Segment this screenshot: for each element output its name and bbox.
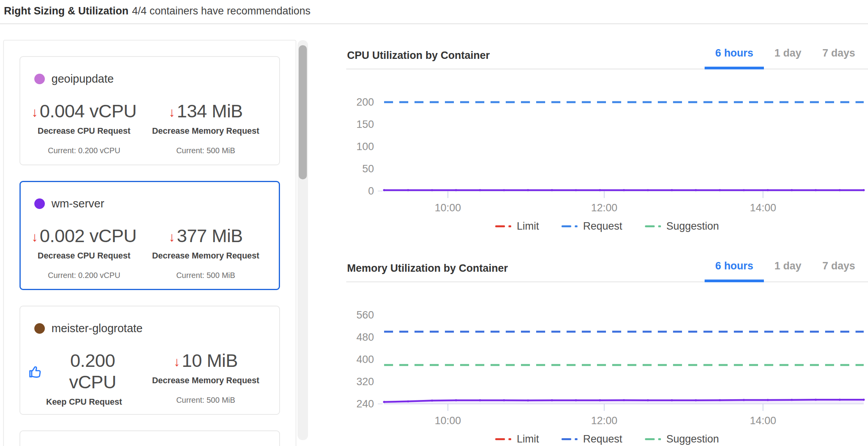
- cpu-utilization-chart-section: CPU Utilization by Container 6 hours 1 d…: [346, 39, 868, 234]
- time-range-tabs: 6 hours 1 day 7 days: [705, 40, 866, 69]
- legend-item-suggestion[interactable]: Suggestion: [645, 433, 719, 445]
- svg-text:10:00: 10:00: [435, 202, 461, 214]
- limit-line-swatch: [495, 225, 505, 227]
- chart-legend: Limit Request Suggestion: [346, 218, 868, 234]
- legend-item-request[interactable]: Request: [562, 433, 622, 445]
- svg-text:14:00: 14:00: [750, 202, 776, 214]
- tab-7-days[interactable]: 7 days: [812, 253, 866, 282]
- svg-text:10:00: 10:00: [435, 415, 461, 427]
- legend-label: Limit: [517, 220, 539, 232]
- chart-header: CPU Utilization by Container 6 hours 1 d…: [346, 39, 868, 69]
- container-color-dot: [34, 198, 45, 209]
- tab-1-day[interactable]: 1 day: [764, 40, 812, 69]
- limit-line-swatch: [495, 438, 505, 440]
- request-line-swatch: [562, 438, 571, 440]
- svg-text:200: 200: [356, 96, 374, 108]
- container-card-meister-glogrotate[interactable]: meister-glogrotate 0.200 vCPU Keep CPU R…: [19, 306, 280, 415]
- page-title: Right Sizing & Utilization: [4, 5, 128, 17]
- suggestion-line-swatch: [645, 438, 655, 440]
- container-name: geoipupdate: [51, 73, 114, 85]
- arrow-down-icon: ↓: [174, 354, 180, 369]
- scrollbar-track[interactable]: [298, 40, 308, 440]
- scrollbar-thumb[interactable]: [299, 45, 307, 179]
- svg-text:50: 50: [362, 163, 374, 175]
- request-line-swatch: [562, 225, 571, 227]
- container-name: meister-glogrotate: [51, 322, 143, 335]
- memory-current-value: Current: 500 MiB: [140, 271, 271, 280]
- charts-column: CPU Utilization by Container 6 hours 1 d…: [346, 39, 868, 446]
- svg-text:100: 100: [356, 141, 374, 152]
- time-range-tabs: 6 hours 1 day 7 days: [705, 253, 866, 282]
- suggestion-line-swatch: [645, 225, 655, 227]
- cpu-recommendation-value: 0.004 vCPU: [40, 100, 136, 122]
- container-name: wm-server: [51, 197, 104, 210]
- svg-text:400: 400: [356, 354, 374, 365]
- memory-action-label: Decrease Memory Request: [140, 126, 271, 136]
- legend-item-request[interactable]: Request: [562, 220, 622, 232]
- cpu-action-label: Decrease CPU Request: [28, 251, 140, 261]
- memory-recommendation-value: 10 MiB: [182, 350, 237, 371]
- chart-header: Memory Utilization by Container 6 hours …: [346, 252, 868, 282]
- arrow-down-icon: ↓: [169, 105, 175, 120]
- legend-item-suggestion[interactable]: Suggestion: [645, 220, 719, 232]
- chart-title: Memory Utilization by Container: [347, 262, 508, 274]
- cpu-current-value: Current: 0.200 vCPU: [28, 271, 140, 280]
- svg-text:0: 0: [368, 185, 374, 197]
- chart-title: CPU Utilization by Container: [347, 50, 490, 62]
- tab-7-days[interactable]: 7 days: [812, 40, 866, 69]
- legend-item-limit[interactable]: Limit: [495, 433, 539, 445]
- cpu-action-label: Keep CPU Request: [28, 397, 140, 407]
- tab-1-day[interactable]: 1 day: [764, 253, 812, 282]
- svg-text:240: 240: [356, 398, 374, 410]
- container-color-dot: [34, 323, 45, 334]
- svg-text:12:00: 12:00: [591, 415, 618, 427]
- cpu-chart-plot[interactable]: 05010015020010:0012:0014:00: [346, 69, 868, 218]
- page-subtitle: 4/4 containers have recommendations: [132, 5, 310, 17]
- arrow-down-icon: ↓: [32, 230, 38, 244]
- legend-label: Request: [583, 220, 622, 232]
- tab-6-hours[interactable]: 6 hours: [705, 40, 764, 69]
- tab-6-hours[interactable]: 6 hours: [705, 253, 764, 282]
- thumbs-up-icon: [28, 364, 43, 379]
- svg-text:480: 480: [356, 331, 374, 343]
- legend-label: Request: [583, 433, 622, 445]
- arrow-down-icon: ↓: [169, 230, 175, 244]
- cpu-action-label: Decrease CPU Request: [28, 126, 140, 136]
- legend-label: Limit: [517, 433, 539, 445]
- container-color-dot: [34, 74, 45, 84]
- svg-text:320: 320: [356, 376, 374, 388]
- legend-label: Suggestion: [666, 433, 719, 445]
- svg-text:12:00: 12:00: [591, 202, 618, 214]
- container-list-panel: geoipupdate ↓0.004 vCPU Decrease CPU Req…: [3, 40, 296, 446]
- memory-current-value: Current: 500 MiB: [140, 146, 271, 155]
- cpu-current-value: Current: 0.200 vCPU: [28, 146, 140, 155]
- memory-current-value: Current: 500 MiB: [140, 396, 271, 405]
- memory-action-label: Decrease Memory Request: [140, 251, 271, 261]
- cpu-recommendation-value: 0.002 vCPU: [40, 225, 136, 246]
- memory-chart-plot[interactable]: 24032040048056010:0012:0014:00: [346, 282, 868, 430]
- arrow-down-icon: ↓: [32, 105, 38, 120]
- legend-label: Suggestion: [666, 220, 719, 232]
- page-header: Right Sizing & Utilization4/4 containers…: [0, 0, 868, 24]
- cpu-recommendation-value: 0.200 vCPU: [45, 350, 140, 393]
- memory-action-label: Decrease Memory Request: [140, 376, 271, 386]
- legend-item-limit[interactable]: Limit: [495, 220, 539, 232]
- memory-recommendation-value: 134 MiB: [177, 100, 243, 122]
- svg-text:560: 560: [356, 309, 374, 321]
- memory-recommendation-value: 377 MiB: [177, 225, 243, 246]
- svg-text:14:00: 14:00: [750, 415, 776, 427]
- container-card-wm-server[interactable]: wm-server ↓0.002 vCPU Decrease CPU Reque…: [19, 181, 280, 290]
- container-card-partial[interactable]: [19, 430, 280, 446]
- container-card-geoipupdate[interactable]: geoipupdate ↓0.004 vCPU Decrease CPU Req…: [19, 56, 280, 165]
- chart-legend: Limit Request Suggestion: [346, 431, 868, 446]
- memory-utilization-chart-section: Memory Utilization by Container 6 hours …: [346, 252, 868, 446]
- svg-text:150: 150: [356, 119, 374, 130]
